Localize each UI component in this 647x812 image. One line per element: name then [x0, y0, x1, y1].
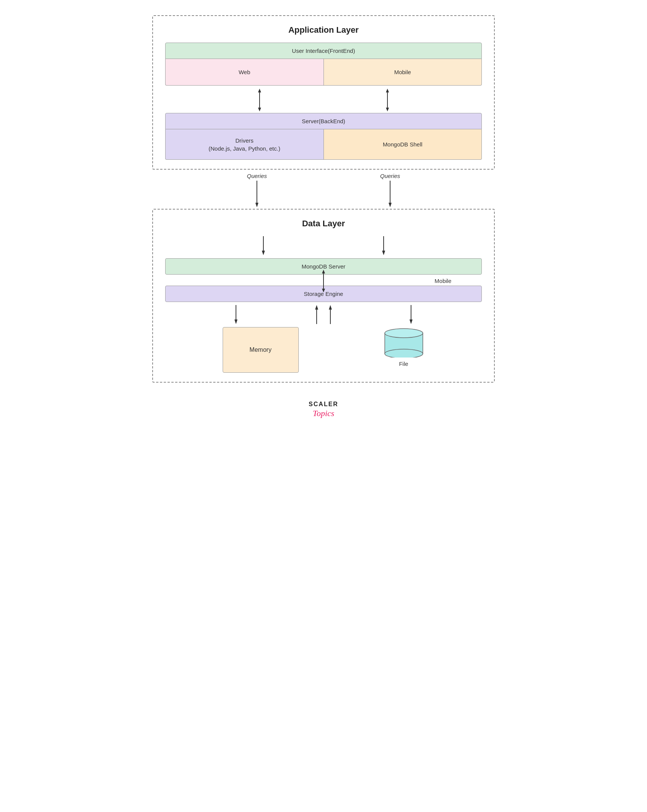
drivers-shell-row: Drivers (Node.js, Java, Python, etc.) Mo…: [165, 129, 482, 160]
mobile-double-arrow: [382, 89, 393, 111]
queries-left-arrow: [252, 181, 262, 207]
svg-marker-16: [322, 289, 325, 292]
svg-marker-11: [262, 251, 265, 255]
drivers-box: Drivers (Node.js, Java, Python, etc.): [165, 129, 324, 160]
arrow-up-left: [311, 305, 322, 324]
web-double-arrow: [254, 89, 265, 111]
svg-marker-7: [255, 203, 258, 207]
backend-section: Server(BackEnd) Drivers (Node.js, Java, …: [165, 113, 482, 160]
svg-marker-2: [258, 108, 261, 111]
svg-marker-0: [258, 89, 261, 92]
footer-scaler-text: SCALER: [309, 401, 338, 408]
queries-left-label: Queries: [247, 173, 267, 179]
queries-right-arrow: [385, 181, 395, 207]
mobile-box: Mobile: [324, 59, 482, 86]
queries-right-group: Queries: [380, 170, 400, 207]
data-layer-inner: MongoDB Server Mobile Storage Engine: [165, 236, 482, 373]
data-layer-title: Data Layer: [165, 219, 482, 229]
db-cylinder: [383, 327, 425, 358]
server-backend-box: Server(BackEnd): [165, 113, 482, 129]
mobile-label-row: Mobile: [165, 278, 482, 284]
app-layer-inner: User Interface(FrontEnd) Web Mobile: [165, 43, 482, 86]
arrow-up-right: [325, 305, 336, 324]
svg-marker-9: [389, 203, 392, 207]
queries-right-label: Queries: [380, 173, 400, 179]
data-left-arrow-down: [258, 236, 269, 255]
page-container: Application Layer User Interface(FrontEn…: [152, 15, 495, 418]
storage-double-arrow: [318, 270, 329, 292]
memory-box: Memory: [223, 327, 299, 373]
mobile-label: Mobile: [435, 278, 451, 284]
svg-marker-19: [315, 305, 318, 310]
svg-marker-3: [386, 89, 389, 92]
data-layer-box: Data Layer MongoDB Server: [152, 209, 495, 383]
application-layer-box: Application Layer User Interface(FrontEn…: [152, 15, 495, 170]
web-box: Web: [165, 59, 324, 86]
memory-file-row: Memory File: [165, 327, 482, 373]
memory-label: Memory: [250, 346, 272, 353]
svg-marker-13: [382, 251, 385, 255]
storage-arrows-row: [165, 305, 482, 324]
arrow-to-file: [406, 305, 416, 324]
svg-point-27: [385, 329, 423, 338]
mongodb-shell-box: MongoDB Shell: [324, 129, 482, 160]
svg-marker-18: [234, 319, 237, 324]
svg-marker-21: [329, 305, 332, 310]
ui-frontend-box: User Interface(FrontEnd): [165, 43, 482, 59]
data-right-arrow-down: [378, 236, 389, 255]
footer: SCALER Topics: [309, 401, 338, 418]
web-mobile-row: Web Mobile: [165, 59, 482, 86]
svg-point-26: [385, 349, 423, 358]
file-label: File: [399, 361, 408, 367]
queries-left-group: Queries: [247, 170, 267, 207]
web-mobile-arrows: [165, 89, 482, 111]
file-container: File: [383, 327, 425, 367]
svg-marker-24: [410, 319, 413, 324]
application-layer-title: Application Layer: [165, 25, 482, 35]
footer-topics-text: Topics: [313, 408, 335, 418]
arrow-to-memory: [231, 305, 241, 324]
svg-marker-14: [322, 270, 325, 273]
svg-marker-5: [386, 108, 389, 111]
